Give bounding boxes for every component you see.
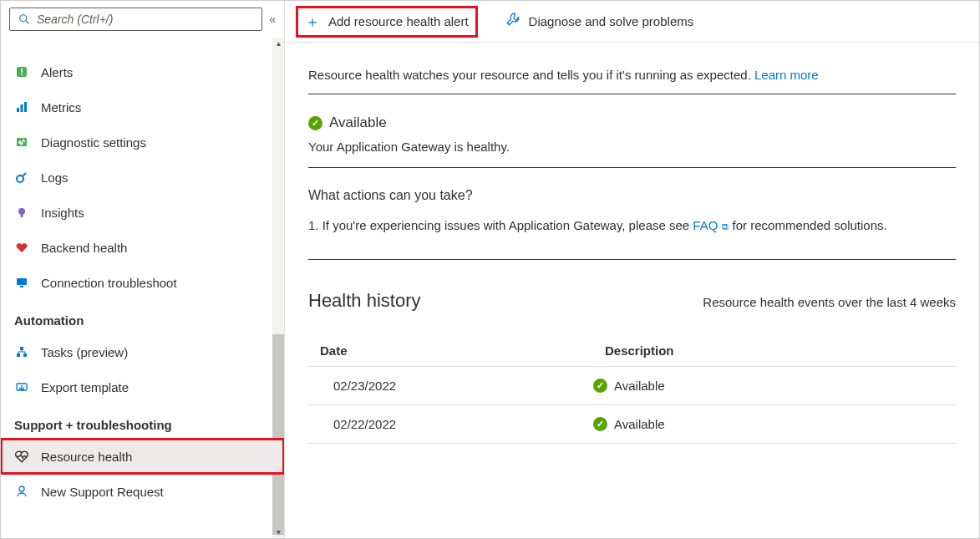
- intro-body: Resource health watches your resource an…: [308, 68, 754, 82]
- check-circle-icon: ✓: [308, 116, 322, 130]
- cell-date: 02/23/2022: [308, 366, 593, 404]
- search-icon: [17, 12, 32, 27]
- check-circle-icon: ✓: [593, 417, 607, 431]
- button-label: Add resource health alert: [328, 14, 469, 28]
- sidebar-item-label: Connection troubleshoot: [41, 276, 177, 290]
- sidebar-item-label: Logs: [41, 170, 69, 185]
- faq-link[interactable]: FAQ ⧉: [693, 218, 729, 232]
- col-description: Description: [593, 335, 956, 367]
- sidebar-item-label: Backend health: [41, 241, 127, 255]
- actions-suffix: for recommended solutions.: [729, 218, 886, 232]
- sidebar-item-connection-troubleshoot[interactable]: Connection troubleshoot: [1, 265, 284, 300]
- sidebar-item-label: Tasks (preview): [41, 345, 128, 359]
- button-label: Diagnose and solve problems: [529, 14, 694, 28]
- svg-text:!: !: [20, 67, 23, 77]
- status-description: Your Application Gateway is healthy.: [308, 140, 956, 154]
- sidebar-item-label: Insights: [41, 206, 84, 220]
- svg-rect-5: [21, 104, 23, 112]
- intro-text: Resource health watches your resource an…: [308, 68, 956, 94]
- sidebar-item-backend-health[interactable]: Backend health: [1, 230, 284, 265]
- plus-icon: ＋: [305, 12, 320, 32]
- svg-rect-4: [17, 108, 19, 112]
- sidebar-item-label: New Support Request: [41, 485, 164, 499]
- alerts-icon: !: [14, 64, 29, 79]
- section-support: Support + troubleshooting: [1, 404, 284, 439]
- health-history: Health history Resource health events ov…: [308, 260, 956, 444]
- desc-label: Available: [614, 417, 665, 431]
- sidebar-item-export-template[interactable]: Export template: [1, 369, 284, 404]
- sidebar: « ▴ ▾ ! Alerts Metrics: [1, 1, 285, 538]
- cell-description: ✓ Available: [593, 366, 956, 404]
- sidebar-item-alerts[interactable]: ! Alerts: [1, 54, 284, 89]
- svg-rect-14: [20, 347, 23, 350]
- toolbar: ＋ Add resource health alert Diagnose and…: [285, 1, 979, 43]
- sidebar-item-tasks[interactable]: Tasks (preview): [1, 334, 284, 369]
- desc-label: Available: [614, 379, 665, 393]
- cell-description: ✓ Available: [593, 404, 956, 443]
- sidebar-item-insights[interactable]: Insights: [1, 195, 284, 230]
- collapse-sidebar-button[interactable]: «: [269, 13, 276, 26]
- svg-point-0: [20, 15, 27, 22]
- sidebar-item-metrics[interactable]: Metrics: [1, 89, 284, 125]
- wrench-icon: [505, 12, 520, 31]
- faq-label: FAQ: [693, 218, 718, 232]
- sidebar-item-label: Resource health: [41, 450, 132, 464]
- svg-line-1: [26, 21, 29, 24]
- sidebar-item-label: Export template: [41, 380, 129, 394]
- svg-rect-11: [21, 215, 23, 217]
- svg-rect-13: [20, 286, 23, 287]
- section-automation: Automation: [1, 300, 284, 334]
- external-link-icon: ⧉: [719, 221, 729, 231]
- sidebar-item-label: Diagnostic settings: [41, 135, 146, 150]
- status-label: Available: [329, 114, 387, 131]
- svg-rect-15: [17, 353, 20, 357]
- monitor-icon: [14, 275, 29, 290]
- export-icon: [14, 379, 29, 394]
- history-subtitle: Resource health events over the last 4 w…: [703, 295, 956, 309]
- sidebar-item-diagnostic-settings[interactable]: Diagnostic settings: [1, 125, 284, 160]
- sidebar-item-logs[interactable]: Logs: [1, 160, 284, 195]
- svg-point-10: [18, 208, 25, 215]
- svg-rect-12: [17, 278, 27, 285]
- actions-body: 1. If you're experiencing issues with Ap…: [308, 216, 956, 236]
- support-icon: [14, 484, 29, 499]
- col-date: Date: [308, 335, 593, 367]
- sidebar-item-resource-health[interactable]: Resource health: [1, 439, 284, 474]
- svg-line-9: [23, 173, 26, 176]
- sidebar-item-new-support-request[interactable]: New Support Request: [1, 474, 284, 509]
- svg-point-22: [19, 486, 24, 491]
- svg-rect-16: [23, 353, 27, 357]
- history-table: Date Description 02/23/2022 ✓ Available: [308, 335, 956, 444]
- search-box[interactable]: [9, 8, 262, 31]
- tasks-icon: [14, 344, 29, 359]
- insights-icon: [14, 205, 29, 220]
- add-resource-health-alert-button[interactable]: ＋ Add resource health alert: [297, 7, 477, 37]
- main-content: ＋ Add resource health alert Diagnose and…: [285, 1, 979, 538]
- learn-more-link[interactable]: Learn more: [754, 68, 819, 82]
- sidebar-item-label: Metrics: [41, 100, 81, 114]
- table-row[interactable]: 02/22/2022 ✓ Available: [308, 404, 956, 443]
- status-block: ✓ Available Your Application Gateway is …: [308, 94, 956, 168]
- search-input[interactable]: [32, 13, 255, 26]
- actions-prefix: 1. If you're experiencing issues with Ap…: [308, 218, 693, 232]
- sidebar-item-label: Alerts: [41, 65, 73, 79]
- svg-point-8: [17, 175, 23, 182]
- check-circle-icon: ✓: [593, 379, 607, 393]
- metrics-icon: [14, 99, 29, 114]
- health-icon: [14, 449, 29, 464]
- diagnostic-icon: [14, 135, 29, 150]
- logs-icon: [14, 170, 29, 185]
- diagnose-solve-problems-button[interactable]: Diagnose and solve problems: [497, 7, 703, 36]
- svg-rect-6: [24, 102, 27, 112]
- actions-question: What actions can you take?: [308, 188, 956, 203]
- cell-date: 02/22/2022: [308, 404, 593, 443]
- table-row[interactable]: 02/23/2022 ✓ Available: [308, 366, 956, 404]
- heart-icon: [14, 240, 29, 255]
- history-title: Health history: [308, 290, 421, 312]
- actions-block: What actions can you take? 1. If you're …: [308, 168, 956, 260]
